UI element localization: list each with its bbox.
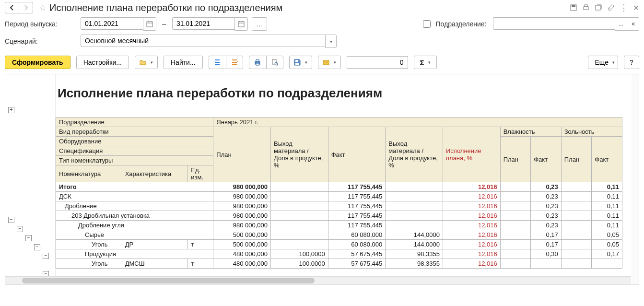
link-icon[interactable] — [607, 4, 615, 12]
svg-rect-20 — [295, 63, 299, 65]
sigma-button[interactable]: Σ▾ — [414, 56, 437, 69]
svg-line-18 — [277, 65, 278, 66]
collapse-button[interactable]: − — [25, 235, 32, 241]
collapse-button[interactable]: − — [34, 244, 40, 250]
row-coal-crush: Дробление угля 980 000,000 117 755,445 1… — [56, 221, 622, 230]
variants-button[interactable]: ▾ — [135, 56, 158, 69]
sum-input[interactable] — [347, 56, 408, 69]
header-ash-plan: План — [561, 137, 592, 182]
date-to-calendar-button[interactable] — [234, 17, 248, 31]
header-equipment: Оборудование — [56, 137, 213, 146]
arrow-left-icon — [8, 4, 16, 12]
header-nomenclature: Номенклатура — [56, 165, 122, 182]
department-checkbox[interactable] — [423, 20, 431, 28]
report-table: Подразделение Январь 2021 г. Вид перераб… — [56, 117, 622, 269]
header-yield1: Выход материала / Доля в продукте, % — [270, 127, 328, 182]
header-ash: Зольность — [561, 127, 622, 137]
magnifier-page-icon — [271, 59, 279, 66]
department-clear-button[interactable]: ✕ — [627, 17, 639, 31]
window-icon[interactable] — [595, 4, 602, 12]
envelope-icon — [322, 59, 330, 66]
expand-icon — [213, 59, 221, 66]
expand-all-button[interactable] — [209, 56, 226, 69]
header-unit: Ед. изм. — [188, 165, 213, 182]
row-dsk: ДСК 980 000,000 117 755,445 12,016 0,23 … — [56, 192, 622, 201]
period-picker-button[interactable]: ... — [252, 17, 267, 31]
header-spec: Спецификация — [56, 146, 213, 156]
favorite-icon[interactable]: ☆ — [39, 2, 47, 13]
calendar-icon — [237, 20, 245, 28]
header-hum-plan: План — [500, 137, 531, 182]
collapse-button[interactable]: − — [8, 217, 14, 223]
close-icon[interactable]: ✕ — [633, 3, 639, 12]
row-prod: Продукция 480 000,000 100,0000 57 675,44… — [56, 249, 622, 259]
svg-rect-19 — [295, 60, 298, 62]
print-icon[interactable] — [582, 4, 590, 12]
svg-rect-2 — [584, 7, 588, 10]
find-button[interactable]: Найти... — [164, 56, 203, 69]
date-from-input[interactable] — [81, 17, 143, 30]
header-proc-type: Вид переработки — [56, 127, 213, 137]
expand-button[interactable]: + — [8, 107, 14, 113]
header-hum-fact: Факт — [531, 137, 562, 182]
folder-variants-icon — [139, 59, 147, 66]
header-period: Январь 2021 г. — [213, 118, 622, 127]
department-input[interactable] — [493, 17, 615, 30]
svg-rect-15 — [256, 63, 259, 65]
header-ash-fact: Факт — [592, 137, 622, 182]
svg-rect-4 — [596, 5, 600, 10]
header-characteristic: Характеристика — [122, 165, 188, 182]
printer-icon — [254, 59, 261, 66]
header-fact: Факт — [328, 127, 386, 182]
row-prod-nom: Уголь ДМСШ т 480 000,000 100,0000 57 675… — [56, 259, 622, 269]
collapse-all-button[interactable] — [226, 56, 243, 69]
vertical-scroll-strip[interactable] — [632, 74, 639, 284]
report-title: Исполнение плана переработки по подразде… — [56, 86, 639, 101]
nav-back-button[interactable] — [5, 2, 19, 13]
svg-rect-1 — [572, 5, 575, 7]
department-select-button[interactable]: ... — [615, 17, 627, 31]
save-button[interactable]: ▾ — [289, 56, 312, 69]
sigma-icon: Σ — [420, 59, 424, 67]
row-unit203: 203 Дробильная установка 980 000,000 117… — [56, 211, 622, 221]
collapse-button[interactable]: − — [43, 253, 49, 259]
scenario-dropdown-button[interactable]: ▾ — [325, 35, 337, 48]
period-label: Период выпуска: — [5, 20, 77, 28]
scenario-input[interactable] — [81, 35, 325, 47]
department-label: Подразделение: — [436, 20, 487, 28]
header-yield2: Выход материала / Доля в продукте, % — [386, 127, 443, 182]
header-plan: План — [213, 127, 271, 182]
generate-button[interactable]: Сформировать — [5, 56, 70, 69]
print-button[interactable] — [249, 56, 266, 69]
more-menu-icon[interactable]: ⋮ — [620, 2, 628, 13]
collapse-button[interactable]: − — [17, 226, 23, 232]
settings-button[interactable]: Настройки... — [76, 56, 129, 69]
nav-forward-button[interactable] — [19, 2, 33, 13]
svg-rect-3 — [585, 5, 587, 7]
date-from-calendar-button[interactable] — [143, 17, 156, 31]
header-department: Подразделение — [56, 118, 213, 127]
more-button[interactable]: Еще▾ — [588, 56, 619, 69]
row-total: Итого 980 000,000 117 755,445 12,016 0,2… — [56, 182, 622, 192]
page-title: Исполнение плана переработки по подразде… — [49, 2, 570, 13]
report-area[interactable]: Исполнение плана переработки по подразде… — [56, 74, 639, 284]
collapse-icon — [231, 59, 238, 66]
header-humidity: Влажность — [500, 127, 561, 137]
calendar-icon — [146, 20, 153, 28]
send-button[interactable]: ▾ — [318, 56, 341, 69]
row-raw-nom: Уголь ДР т 500 000,000 60 080,000 144,00… — [56, 240, 622, 249]
horizontal-scrollbar[interactable] — [5, 276, 631, 284]
scenario-label: Сценарий: — [5, 37, 77, 45]
tree-gutter: + − − − − − − — [5, 74, 56, 284]
help-button[interactable]: ? — [624, 56, 639, 69]
date-range-dash: – — [162, 20, 166, 28]
diskette-icon — [293, 59, 301, 66]
svg-rect-5 — [147, 22, 152, 27]
arrow-right-icon — [22, 4, 30, 12]
scrollbar-thumb[interactable] — [22, 278, 315, 283]
row-crushing: Дробление 980 000,000 117 755,445 12,016… — [56, 201, 622, 211]
svg-rect-9 — [238, 22, 244, 27]
date-to-input[interactable] — [172, 17, 234, 30]
preview-button[interactable] — [266, 56, 283, 69]
save-layout-icon[interactable] — [570, 4, 577, 12]
